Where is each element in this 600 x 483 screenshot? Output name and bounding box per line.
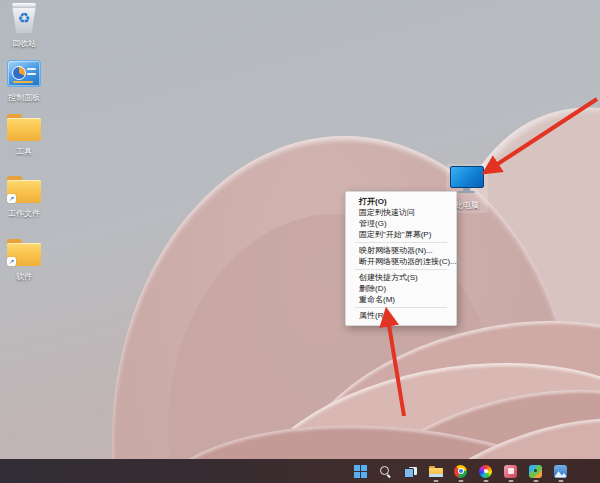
folder-shortcut-icon: ↗ (7, 176, 41, 203)
windows-logo-icon (354, 465, 367, 478)
menu-item-open[interactable]: 打开(O) (346, 196, 456, 207)
file-explorer-icon (429, 466, 443, 477)
desktop-icon-label: 软件 (0, 272, 48, 281)
running-indicator (433, 480, 438, 482)
running-indicator (508, 480, 513, 482)
menu-item-delete[interactable]: 删除(D) (346, 283, 456, 294)
menu-separator (355, 307, 447, 308)
shortcut-arrow-icon: ↗ (7, 194, 16, 203)
running-indicator (558, 480, 563, 482)
search-button[interactable] (373, 459, 398, 483)
multicolor-app-button[interactable] (523, 459, 548, 483)
task-view-icon (404, 466, 418, 477)
folder-icon (7, 114, 41, 141)
menu-separator (355, 242, 447, 243)
menu-item-pin-to-start[interactable]: 固定到"开始"屏幕(P) (346, 229, 456, 240)
context-menu: 打开(O) 固定到快速访问 管理(G) 固定到"开始"屏幕(P) 映射网络驱动器… (345, 191, 457, 326)
photos-icon (554, 465, 567, 478)
control-panel-icon (7, 60, 41, 87)
color-wheel-app-button[interactable] (473, 459, 498, 483)
windows-desktop: ♻ 回收站 控制面板 工具 ↗ 工作文件 ↗ 软件 此电脑 (0, 0, 600, 483)
menu-item-create-shortcut[interactable]: 创建快捷方式(S) (346, 272, 456, 283)
taskbar (0, 459, 600, 483)
taskbar-icon-group (348, 459, 573, 483)
desktop-icon-label: 控制面板 (0, 93, 48, 102)
multicolor-app-icon (529, 465, 542, 478)
menu-item-map-network-drive[interactable]: 映射网络驱动器(N)... (346, 245, 456, 256)
desktop-icon-label: 工作文件 (0, 209, 48, 218)
chrome-icon (454, 465, 467, 478)
recycle-bin-icon: ♻ (11, 3, 37, 33)
shortcut-arrow-icon: ↗ (7, 257, 16, 266)
running-indicator (533, 480, 538, 482)
desktop-icon-folder-3[interactable]: ↗ 软件 (0, 239, 48, 281)
menu-item-disconnect-network-drive[interactable]: 断开网络驱动器的连接(C)... (346, 256, 456, 267)
menu-separator (355, 269, 447, 270)
photos-app-button[interactable] (548, 459, 573, 483)
chrome-browser-button[interactable] (448, 459, 473, 483)
running-indicator (458, 480, 463, 482)
desktop-icon-folder-2[interactable]: ↗ 工作文件 (0, 176, 48, 218)
file-explorer-button[interactable] (423, 459, 448, 483)
task-view-button[interactable] (398, 459, 423, 483)
desktop-icon-folder-1[interactable]: 工具 (0, 114, 48, 156)
desktop-icon-label: 回收站 (0, 39, 48, 48)
desktop-icon-control-panel[interactable]: 控制面板 (0, 60, 48, 102)
menu-item-pin-to-quick-access[interactable]: 固定到快速访问 (346, 207, 456, 218)
menu-item-manage[interactable]: 管理(G) (346, 218, 456, 229)
start-button[interactable] (348, 459, 373, 483)
search-icon (379, 465, 392, 478)
menu-item-rename[interactable]: 重命名(M) (346, 294, 456, 305)
pink-app-icon (504, 465, 517, 478)
desktop-icon-label: 工具 (0, 147, 48, 156)
pink-media-app-button[interactable] (498, 459, 523, 483)
menu-item-properties[interactable]: 属性(R) (346, 310, 456, 321)
desktop-icon-recycle-bin[interactable]: ♻ 回收站 (0, 3, 48, 48)
color-wheel-icon (479, 465, 492, 478)
folder-shortcut-icon: ↗ (7, 239, 41, 266)
running-indicator (483, 480, 488, 482)
